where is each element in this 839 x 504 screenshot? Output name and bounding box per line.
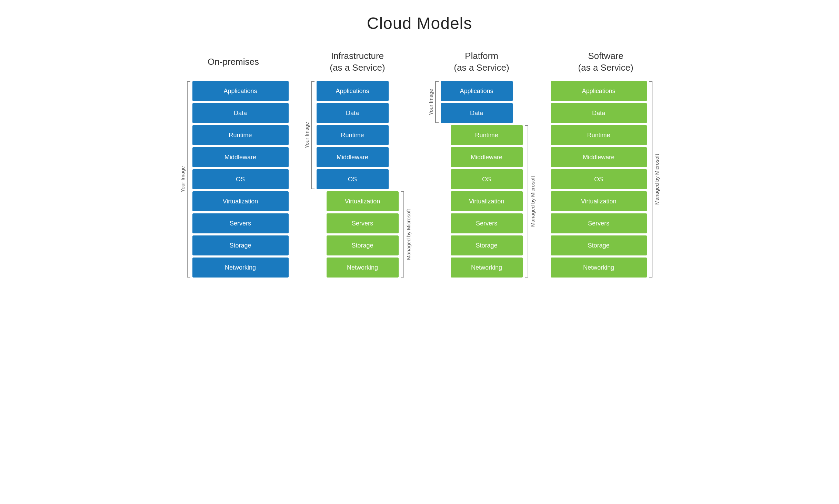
stack-item: Networking xyxy=(192,258,289,278)
stack-item: Middleware xyxy=(192,147,289,167)
stack-item: Servers xyxy=(551,213,647,233)
stack-item: Virtualization xyxy=(192,191,289,211)
left-bracket-line xyxy=(311,81,314,189)
stack-item: Applications xyxy=(441,81,513,101)
column-title: Infrastructure(as a Service) xyxy=(330,50,385,74)
stack-item: Storage xyxy=(451,235,523,255)
left-bracket-area: Your Image xyxy=(178,81,190,278)
stack-item: Networking xyxy=(451,258,523,278)
stack-item: Storage xyxy=(192,235,289,255)
stack-item: Data xyxy=(317,103,389,123)
stack-item: Applications xyxy=(551,81,647,101)
stack-item: OS xyxy=(451,169,523,189)
stack-item: Data xyxy=(192,103,289,123)
stack-item: Applications xyxy=(192,81,289,101)
stack-item: Runtime xyxy=(451,125,523,145)
right-bracket-area: Managed by Microsoft xyxy=(649,81,661,278)
left-bracket-area: Your Image xyxy=(427,81,439,123)
stack-item: OS xyxy=(551,169,647,189)
column-title: Software(as a Service) xyxy=(578,50,633,74)
column-iaas: Infrastructure(as a Service)Your ImageAp… xyxy=(302,50,413,278)
stack-item: Storage xyxy=(327,235,399,255)
top-group: Your ImageApplicationsDataRuntimeMiddlew… xyxy=(302,81,413,189)
bottom-group: RuntimeMiddlewareOSVirtualizationServers… xyxy=(427,125,537,278)
stack-with-brackets: Your ImageApplicationsDataRuntimeMiddlew… xyxy=(178,81,289,278)
stack: ApplicationsDataRuntimeMiddlewareOSVirtu… xyxy=(551,81,647,278)
stack-item: Virtualization xyxy=(451,191,523,211)
left-bracket-area: Your Image xyxy=(302,81,314,189)
bracket-label: Managed by Microsoft xyxy=(652,81,661,278)
stack: ApplicationsDataRuntimeMiddlewareOSVirtu… xyxy=(192,81,289,278)
bracket-label: Managed by Microsoft xyxy=(404,191,413,278)
stack-with-brackets: ApplicationsDataRuntimeMiddlewareOSVirtu… xyxy=(551,81,661,278)
top-stack: ApplicationsDataRuntimeMiddlewareOS xyxy=(317,81,389,189)
bracket-label: Managed by Microsoft xyxy=(528,125,537,278)
stack-item: OS xyxy=(317,169,389,189)
columns-wrapper: On-premisesYour ImageApplicationsDataRun… xyxy=(178,50,661,278)
bracket-label: Your Image xyxy=(178,81,187,278)
bracket-label: Your Image xyxy=(302,81,311,189)
column-saas: Software(as a Service)ApplicationsDataRu… xyxy=(551,50,661,278)
bottom-stack: VirtualizationServersStorageNetworking xyxy=(327,191,399,278)
left-bracket-line xyxy=(187,81,190,278)
stack-item: Virtualization xyxy=(551,191,647,211)
top-stack: ApplicationsData xyxy=(441,81,513,123)
stack-item: Servers xyxy=(451,213,523,233)
right-bracket-area: Managed by Microsoft xyxy=(401,191,413,278)
stack-item: Servers xyxy=(327,213,399,233)
stack-item: Runtime xyxy=(317,125,389,145)
stack-item: Networking xyxy=(551,258,647,278)
left-bracket-line xyxy=(435,81,439,123)
stack-item: Middleware xyxy=(451,147,523,167)
stack-item: Data xyxy=(441,103,513,123)
stack-item: Networking xyxy=(327,258,399,278)
right-bracket-line xyxy=(401,191,404,278)
stack-item: Servers xyxy=(192,213,289,233)
stack-item: Middleware xyxy=(551,147,647,167)
stack-item: OS xyxy=(192,169,289,189)
top-group: Your ImageApplicationsData xyxy=(427,81,537,123)
stack-item: Applications xyxy=(317,81,389,101)
right-bracket-line xyxy=(649,81,652,278)
stack-item: Data xyxy=(551,103,647,123)
stack-item: Runtime xyxy=(551,125,647,145)
stack-item: Virtualization xyxy=(327,191,399,211)
stack-item: Runtime xyxy=(192,125,289,145)
page-title: Cloud Models xyxy=(367,14,472,33)
stack-item: Storage xyxy=(551,235,647,255)
stack-item: Middleware xyxy=(317,147,389,167)
right-bracket-line xyxy=(525,125,528,278)
bottom-stack: RuntimeMiddlewareOSVirtualizationServers… xyxy=(451,125,523,278)
column-title: Platform(as a Service) xyxy=(454,50,509,74)
column-title: On-premises xyxy=(208,50,259,74)
bracket-label: Your Image xyxy=(427,81,435,123)
column-paas: Platform(as a Service)Your ImageApplicat… xyxy=(427,50,537,278)
bottom-group: VirtualizationServersStorageNetworkingMa… xyxy=(302,191,413,278)
right-bracket-area: Managed by Microsoft xyxy=(525,125,537,278)
column-on-premises: On-premisesYour ImageApplicationsDataRun… xyxy=(178,50,289,278)
